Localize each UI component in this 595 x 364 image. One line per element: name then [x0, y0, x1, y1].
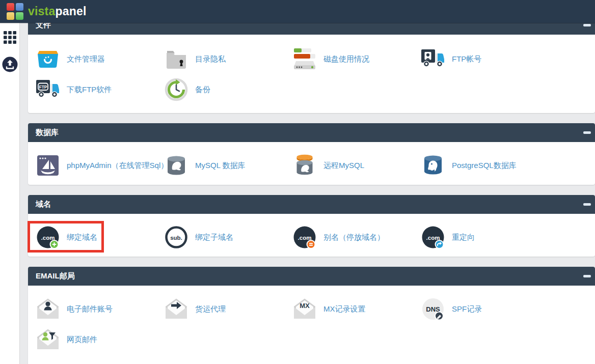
app-link[interactable]: 远程MySQL — [323, 161, 364, 171]
postgresql-icon — [421, 153, 445, 178]
remote-mysql-icon — [292, 153, 317, 178]
ftp-accounts-icon — [421, 47, 445, 71]
apps-grid-glyph — [4, 31, 16, 44]
logo-red-square — [7, 3, 14, 11]
app-link[interactable]: MySQL 数据库 — [195, 161, 246, 171]
four-color-squares-logo — [7, 3, 23, 20]
app-link[interactable]: 绑定域名 — [67, 233, 97, 242]
sub-text: sub. — [170, 235, 182, 241]
backup-icon — [164, 77, 188, 102]
section-title: EMAIL邮局 — [36, 271, 75, 281]
disk-usage-icon — [292, 47, 317, 71]
phpmyadmin-icon — [36, 153, 60, 178]
mx-entry-icon: MX — [292, 297, 317, 321]
section-files-body: 文件管理器 目录隐私 — [28, 35, 595, 113]
app-item-spf-records[interactable]: DNS SPF记录 — [421, 294, 549, 324]
app-link[interactable]: MX记录设置 — [323, 304, 366, 314]
upload-glyph — [2, 57, 18, 72]
app-item-mysql-databases[interactable]: MySQL 数据库 — [164, 150, 292, 181]
ftp-text: FTP — [39, 85, 47, 90]
app-item-mx-entry[interactable]: MX MX记录设置 — [292, 294, 421, 324]
app-item-ftp-accounts[interactable]: FTP帐号 — [421, 44, 549, 74]
email-accounts-icon — [36, 297, 60, 321]
section-databases-body: phpMyAdmin（在线管理Sql） MySQL 数据库 — [28, 142, 595, 185]
top-navbar: vistapanel — [0, 0, 595, 23]
app-item-webmail[interactable]: 网页邮件 — [36, 324, 164, 355]
section-databases: 数据库 phpMyAdmin（在线管理Sql） — [28, 123, 595, 185]
section-title: 数据库 — [36, 128, 59, 137]
minus-icon[interactable] — [583, 24, 591, 26]
section-email-header: EMAIL邮局 — [28, 267, 595, 286]
section-files-header: 文件 — [28, 23, 595, 35]
dot-com-text: .com — [426, 235, 440, 241]
app-link[interactable]: PostgreSQL数据库 — [452, 161, 517, 171]
app-link[interactable]: 货运代理 — [195, 304, 226, 314]
logo-blue-square — [16, 3, 23, 11]
dot-com-text: .com — [41, 235, 55, 241]
app-link[interactable]: 备份 — [195, 85, 210, 95]
app-link[interactable]: FTP帐号 — [452, 54, 481, 64]
section-files: 文件 文件管理器 — [28, 23, 595, 113]
subdomain-icon: sub. — [164, 225, 188, 249]
app-item-backup[interactable]: 备份 — [164, 74, 292, 105]
app-link[interactable]: 电子邮件账号 — [67, 304, 113, 314]
brand-title: vistapanel — [28, 6, 87, 17]
app-item-file-manager[interactable]: 文件管理器 — [36, 44, 164, 74]
file-manager-icon — [36, 47, 60, 71]
app-item-addon-domain[interactable]: .com 绑定域名 — [36, 222, 164, 253]
app-item-disk-usage[interactable]: 磁盘使用情况 — [292, 44, 421, 74]
app-link[interactable]: phpMyAdmin（在线管理Sql） — [67, 161, 168, 171]
app-item-forwarders[interactable]: 货运代理 — [164, 294, 292, 324]
section-databases-header: 数据库 — [28, 123, 595, 142]
directory-privacy-icon — [164, 47, 188, 71]
section-domains-header: 域名 — [28, 195, 595, 214]
ftp-software-icon: FTP — [36, 77, 60, 102]
app-item-remote-mysql[interactable]: 远程MySQL — [292, 150, 421, 181]
left-sidebar — [0, 23, 20, 364]
app-link[interactable]: SPF记录 — [452, 304, 482, 314]
section-domains: 域名 .com 绑定域名 sub. — [28, 195, 595, 257]
app-link[interactable]: 别名（停放域名） — [323, 233, 385, 242]
minus-icon[interactable] — [583, 203, 591, 206]
main-content: 文件 文件管理器 — [20, 23, 595, 364]
minus-icon[interactable] — [583, 275, 591, 277]
redirect-icon: .com — [421, 225, 445, 249]
app-item-email-accounts[interactable]: 电子邮件账号 — [36, 294, 164, 324]
apps-grid-icon[interactable] — [4, 31, 16, 45]
app-item-redirect[interactable]: .com 重定向 — [421, 222, 549, 253]
app-link[interactable]: 下载FTP软件 — [67, 85, 112, 95]
section-domains-body: .com 绑定域名 sub. 绑定子域名 . — [28, 214, 595, 257]
brand-panel: panel — [55, 5, 86, 18]
app-link[interactable]: 网页邮件 — [67, 335, 97, 345]
app-item-parked-domain[interactable]: .com 别名（停放域名） — [292, 222, 421, 253]
app-item-subdomain[interactable]: sub. 绑定子域名 — [164, 222, 292, 253]
logo-yellow-square — [7, 12, 14, 20]
section-title: 域名 — [36, 200, 51, 209]
app-link[interactable]: 目录隐私 — [195, 54, 226, 64]
brand-vista: vista — [28, 5, 55, 18]
app-item-postgresql[interactable]: PostgreSQL数据库 — [421, 150, 549, 181]
mysql-databases-icon — [164, 153, 188, 178]
logo-green-square — [16, 12, 23, 20]
upload-icon[interactable] — [2, 57, 18, 74]
section-email: EMAIL邮局 电子邮件账号 — [28, 267, 595, 364]
app-link[interactable]: 文件管理器 — [67, 54, 105, 64]
app-item-phpmyadmin[interactable]: phpMyAdmin（在线管理Sql） — [36, 150, 164, 181]
webmail-icon — [36, 327, 60, 352]
forwarders-icon — [164, 297, 188, 321]
app-link[interactable]: 磁盘使用情况 — [323, 54, 369, 64]
dot-com-text: .com — [298, 235, 312, 241]
section-email-body: 电子邮件账号 货运代理 MX — [28, 286, 595, 364]
brand-logo: vistapanel — [0, 3, 87, 20]
spf-records-icon: DNS — [421, 297, 445, 321]
parked-domain-icon: .com — [292, 225, 317, 249]
app-link[interactable]: 绑定子域名 — [195, 233, 233, 242]
minus-icon[interactable] — [583, 131, 591, 134]
mx-text: MX — [300, 302, 310, 310]
addon-domain-icon: .com — [36, 225, 60, 249]
app-item-ftp-software[interactable]: FTP 下载FTP软件 — [36, 74, 164, 105]
section-title: 文件 — [36, 23, 51, 30]
app-link[interactable]: 重定向 — [452, 233, 475, 242]
app-item-directory-privacy[interactable]: 目录隐私 — [164, 44, 292, 74]
